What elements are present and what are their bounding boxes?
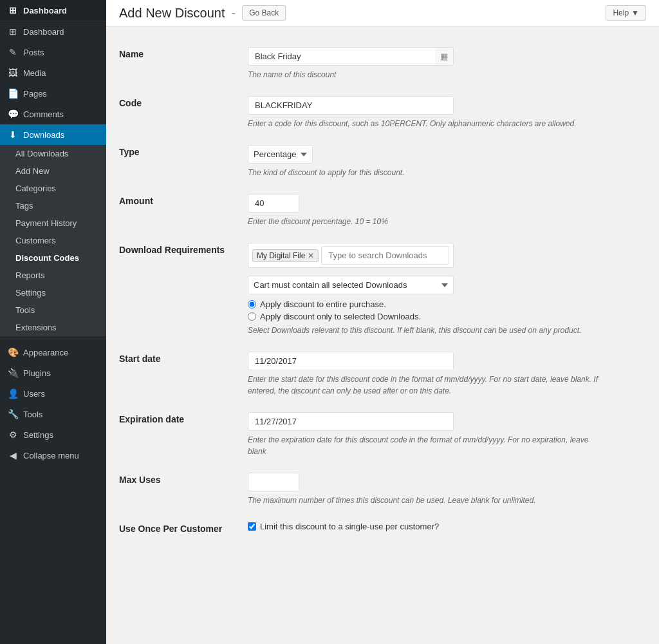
page-title-area: Add New Discount - Go Back: [119, 5, 286, 21]
amount-label: Amount: [119, 196, 153, 206]
form-row-name: Name ▦ The name of this discount: [119, 39, 646, 88]
sidebar-item-add-new[interactable]: Add New: [0, 162, 106, 180]
type-select[interactable]: Percentage Flat: [248, 145, 313, 164]
help-label: Help: [613, 8, 629, 17]
sidebar-item-tools[interactable]: Tools: [0, 301, 106, 319]
sidebar-item-comments[interactable]: 💬 Comments: [0, 104, 106, 124]
form-row-type: Type Percentage Flat The kind of discoun…: [119, 137, 646, 186]
download-req-search-input[interactable]: [321, 246, 449, 265]
sidebar-item-payment-history[interactable]: Payment History: [0, 214, 106, 232]
sidebar-label-dashboard: Dashboard: [23, 27, 64, 37]
start-date-input[interactable]: [248, 352, 454, 370]
sidebar-label-pages: Pages: [23, 89, 47, 99]
sidebar-brand[interactable]: ⊞ Dashboard: [0, 0, 106, 21]
use-once-checkbox[interactable]: [248, 522, 256, 531]
sidebar-item-downloads[interactable]: ⬇ Downloads: [0, 124, 106, 145]
sidebar-divider: [0, 339, 106, 339]
use-once-checkbox-label: Limit this discount to a single-use per …: [260, 522, 439, 531]
tag-label: My Digital File: [257, 251, 305, 260]
name-label: Name: [119, 49, 144, 59]
appearance-icon: 🎨: [8, 347, 18, 357]
cart-must-select[interactable]: Cart must contain all selected Downloads…: [248, 276, 454, 294]
dashboard-icon: ⊞: [8, 5, 18, 15]
posts-icon: ✎: [8, 47, 18, 57]
sidebar-item-settings[interactable]: Settings: [0, 284, 106, 301]
name-help-text: The name of this discount: [248, 69, 602, 80]
sidebar-item-collapse[interactable]: ◀ Collapse menu: [0, 445, 106, 466]
sidebar-item-tags[interactable]: Tags: [0, 197, 106, 214]
amount-help-text: Enter the discount percentage. 10 = 10%: [248, 216, 602, 227]
start-date-label: Start date: [119, 354, 161, 364]
download-req-tags-wrapper[interactable]: My Digital File ✕: [248, 243, 454, 268]
topbar: Add New Discount - Go Back Help ▼: [106, 0, 659, 26]
dashboard-icon: ⊞: [8, 26, 18, 37]
sidebar-label-appearance: Appearance: [23, 348, 68, 357]
help-button[interactable]: Help ▼: [606, 5, 646, 21]
use-once-label: Use Once Per Customer: [119, 524, 222, 534]
name-input[interactable]: [248, 47, 435, 66]
sidebar-item-all-downloads[interactable]: All Downloads: [0, 145, 106, 162]
download-req-tag: My Digital File ✕: [252, 249, 319, 262]
form-row-use-once: Use Once Per Customer Limit this discoun…: [119, 514, 646, 544]
sidebar-item-extensions[interactable]: Extensions: [0, 319, 106, 336]
collapse-icon: ◀: [8, 450, 18, 460]
code-input[interactable]: [248, 96, 454, 115]
sidebar-brand-label: Dashboard: [23, 6, 67, 15]
name-input-wrapper: ▦: [248, 47, 454, 66]
sidebar-item-settings-bottom[interactable]: ⚙ Settings: [0, 424, 106, 445]
sidebar: ⊞ Dashboard ⊞ Dashboard ✎ Posts 🖼 Media …: [0, 0, 106, 644]
go-back-button[interactable]: Go Back: [242, 5, 286, 21]
form-row-amount: Amount Enter the discount percentage. 10…: [119, 186, 646, 235]
discount-apply-radio-group: Apply discount to entire purchase. Apply…: [248, 299, 646, 321]
downloads-icon: ⬇: [8, 129, 18, 140]
sidebar-item-discount-codes[interactable]: Discount Codes: [0, 249, 106, 267]
sidebar-item-categories[interactable]: Categories: [0, 180, 106, 197]
sidebar-item-posts[interactable]: ✎ Posts: [0, 42, 106, 62]
radio-entire-input[interactable]: [248, 300, 256, 308]
start-date-help-text: Enter the start date for this discount c…: [248, 374, 602, 397]
radio-selected-input[interactable]: [248, 312, 256, 321]
form-row-code: Code Enter a code for this discount, suc…: [119, 88, 646, 137]
radio-entire-purchase: Apply discount to entire purchase.: [248, 299, 646, 309]
downloads-submenu: All Downloads Add New Categories Tags Pa…: [0, 145, 106, 336]
form-row-download-req: Download Requirements My Digital File ✕ …: [119, 235, 646, 344]
sidebar-label-downloads: Downloads: [23, 130, 64, 140]
form-row-max-uses: Max Uses The maximum number of times thi…: [119, 465, 646, 514]
exp-date-input[interactable]: [248, 412, 454, 431]
help-chevron-icon: ▼: [631, 8, 639, 17]
use-once-checkbox-wrapper: Limit this discount to a single-use per …: [248, 522, 646, 531]
settings-icon: ⚙: [8, 430, 18, 440]
tag-remove-icon[interactable]: ✕: [308, 252, 314, 260]
code-help-text: Enter a code for this discount, such as …: [248, 118, 602, 129]
download-req-label: Download Requirements: [119, 245, 225, 255]
sidebar-item-appearance[interactable]: 🎨 Appearance: [0, 342, 106, 363]
form-content: Name ▦ The name of this discount Code En…: [106, 26, 659, 556]
radio-selected-label: Apply discount only to selected Download…: [260, 312, 421, 321]
sidebar-label-comments: Comments: [23, 109, 64, 119]
sidebar-item-users[interactable]: 👤 Users: [0, 383, 106, 404]
sidebar-item-media[interactable]: 🖼 Media: [0, 62, 106, 83]
type-help-text: The kind of discount to apply for this d…: [248, 167, 602, 178]
sidebar-item-customers[interactable]: Customers: [0, 232, 106, 249]
name-input-icon: ▦: [435, 47, 454, 66]
max-uses-input[interactable]: [248, 473, 299, 491]
comments-icon: 💬: [8, 109, 18, 119]
sidebar-label-posts: Posts: [23, 48, 44, 57]
sidebar-label-settings: Settings: [23, 430, 53, 440]
sidebar-label-media: Media: [23, 68, 46, 78]
page-title: Add New Discount: [119, 6, 225, 21]
sidebar-item-reports[interactable]: Reports: [0, 267, 106, 284]
download-req-help-text: Select Downloads relevant to this discou…: [248, 325, 602, 336]
sidebar-item-pages[interactable]: 📄 Pages: [0, 83, 106, 104]
plugins-icon: 🔌: [8, 368, 18, 378]
sidebar-item-tools[interactable]: 🔧 Tools: [0, 404, 106, 424]
radio-entire-label: Apply discount to entire purchase.: [260, 299, 386, 309]
sidebar-item-plugins[interactable]: 🔌 Plugins: [0, 363, 106, 383]
discount-form-table: Name ▦ The name of this discount Code En…: [119, 39, 646, 544]
sidebar-label-plugins: Plugins: [23, 368, 51, 378]
sidebar-label-collapse: Collapse menu: [23, 451, 79, 460]
sidebar-item-dashboard[interactable]: ⊞ Dashboard: [0, 21, 106, 42]
radio-selected-downloads: Apply discount only to selected Download…: [248, 312, 646, 321]
amount-input[interactable]: [248, 194, 299, 213]
sidebar-label-tools: Tools: [23, 410, 42, 419]
